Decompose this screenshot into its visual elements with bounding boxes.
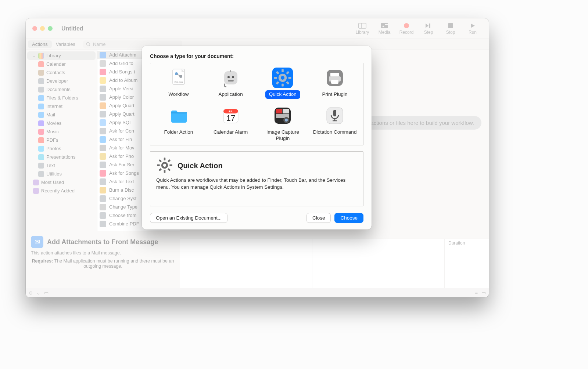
minimize-window-icon[interactable] [40, 26, 45, 31]
requires-text: The Mail application must be running and… [54, 258, 174, 269]
doc-type-application[interactable]: Application [205, 68, 257, 99]
library-item-movies[interactable]: Movies [26, 119, 97, 127]
svg-rect-2 [381, 23, 388, 28]
action-icon [100, 86, 106, 92]
svg-rect-55 [169, 164, 172, 166]
doc-type-label: Print Plugin [319, 90, 351, 99]
doc-type-icon [325, 105, 345, 126]
library-item-files-folders[interactable]: Files & Folders [26, 94, 97, 102]
category-icon [38, 163, 44, 169]
category-icon [38, 154, 44, 160]
record-icon [402, 22, 410, 29]
svg-point-18 [227, 76, 230, 78]
action-icon [100, 187, 106, 193]
library-item-developer[interactable]: Developer [26, 77, 97, 85]
doc-type-icon [168, 105, 189, 126]
svg-line-11 [89, 45, 90, 46]
doc-type-label: Application [215, 90, 247, 99]
doc-type-icon [325, 68, 345, 88]
smart-folder-recently-added[interactable]: Recently Added [26, 187, 97, 195]
close-button[interactable]: Close [306, 213, 331, 223]
library-item-music[interactable]: Music [26, 127, 97, 136]
footer-panel-icon[interactable]: ▭ [44, 290, 49, 296]
library-item-calendar[interactable]: Calendar [26, 60, 97, 68]
view-list-icon[interactable]: ≡ [475, 290, 478, 296]
open-existing-button[interactable]: Open an Existing Document... [150, 213, 227, 223]
svg-rect-57 [159, 168, 162, 171]
doc-type-calendar-alarm[interactable]: JUL17Calendar Alarm [205, 105, 257, 143]
svg-rect-24 [282, 84, 284, 87]
tab-variables[interactable]: Variables [52, 40, 79, 48]
action-icon [100, 52, 106, 58]
sidebar-icon [358, 22, 366, 29]
category-icon [38, 104, 44, 109]
footer-strip: ⊝ ⌄ ▭ ≡ ▭ [26, 288, 489, 297]
toolbar-run-button[interactable]: Run [462, 22, 483, 35]
toolbar-stop-button[interactable]: Stop [440, 22, 461, 35]
doc-type-icon: WFLOW [168, 68, 189, 88]
footer-options-icon[interactable]: ⊝ [29, 290, 33, 296]
new-document-sheet: Choose a type for your document: WFLOWWo… [142, 46, 372, 229]
doc-type-label: Quick Action [265, 90, 300, 99]
action-icon [100, 178, 106, 185]
chevron-down-icon[interactable]: ⌄ [36, 290, 40, 296]
action-icon [100, 77, 106, 84]
library-item-internet[interactable]: Internet [26, 102, 97, 111]
action-icon [100, 102, 106, 109]
library-item-mail[interactable]: Mail [26, 111, 97, 119]
svg-rect-42 [283, 109, 289, 113]
library-item-presentations[interactable]: Presentations [26, 153, 97, 161]
category-icon [38, 87, 44, 93]
svg-rect-4 [385, 24, 388, 25]
library-item-text[interactable]: Text [26, 161, 97, 170]
svg-text:JUL: JUL [228, 110, 233, 113]
media-icon [380, 22, 388, 29]
category-icon [38, 137, 44, 143]
doc-type-dictation-command[interactable]: Dictation Command [309, 105, 361, 143]
library-item-pdfs[interactable]: PDFs [26, 136, 97, 144]
doc-type-label: Image Capture Plugin [257, 128, 309, 143]
choose-button[interactable]: Choose [334, 213, 363, 223]
action-icon [100, 153, 106, 160]
svg-rect-20 [228, 80, 234, 82]
doc-type-label: Folder Action [160, 128, 197, 137]
category-icon [38, 61, 44, 67]
svg-rect-33 [330, 73, 339, 76]
doc-type-folder-action[interactable]: Folder Action [153, 105, 205, 143]
library-item-contacts[interactable]: Contacts [26, 68, 97, 77]
action-icon [100, 128, 106, 134]
document-type-grid: WFLOWWorkflowApplicationQuick ActionPrin… [150, 63, 363, 145]
svg-point-10 [87, 43, 90, 46]
library-item-documents[interactable]: Documents [26, 85, 97, 94]
zoom-window-icon[interactable] [48, 26, 53, 31]
doc-type-image-capture-plugin[interactable]: Image Capture Plugin [257, 105, 309, 143]
toolbar-library-button[interactable]: Library [352, 22, 373, 35]
doc-type-quick-action[interactable]: Quick Action [257, 68, 309, 99]
svg-point-19 [232, 76, 234, 78]
view-grid-icon[interactable]: ▭ [481, 290, 486, 296]
tab-actions[interactable]: Actions [28, 40, 52, 48]
library-item-utilities[interactable]: Utilities [26, 170, 97, 178]
info-body: Quick Actions are workflows that may be … [156, 177, 357, 191]
category-icon [38, 95, 44, 101]
svg-rect-47 [333, 110, 336, 116]
svg-text:17: 17 [226, 113, 235, 123]
library-root[interactable]: ⌄Library [27, 51, 96, 60]
svg-marker-9 [471, 23, 475, 28]
stop-icon [447, 22, 455, 29]
toolbar-step-button[interactable]: Step [418, 22, 439, 35]
close-window-icon[interactable] [32, 26, 37, 31]
library-tabs: Actions Variables [28, 40, 79, 48]
search-icon [86, 42, 91, 47]
action-icon [100, 204, 106, 210]
doc-type-print-plugin[interactable]: Print Plugin [309, 68, 361, 99]
svg-rect-35 [331, 80, 338, 84]
doc-type-workflow[interactable]: WFLOWWorkflow [153, 68, 205, 99]
action-icon [100, 69, 106, 75]
category-icon [38, 70, 44, 76]
action-icon [100, 94, 106, 101]
library-item-photos[interactable]: Photos [26, 144, 97, 153]
toolbar-media-button[interactable]: Media [374, 22, 395, 35]
smart-folder-most-used[interactable]: Most Used [26, 178, 97, 187]
toolbar-record-button[interactable]: Record [396, 22, 417, 35]
